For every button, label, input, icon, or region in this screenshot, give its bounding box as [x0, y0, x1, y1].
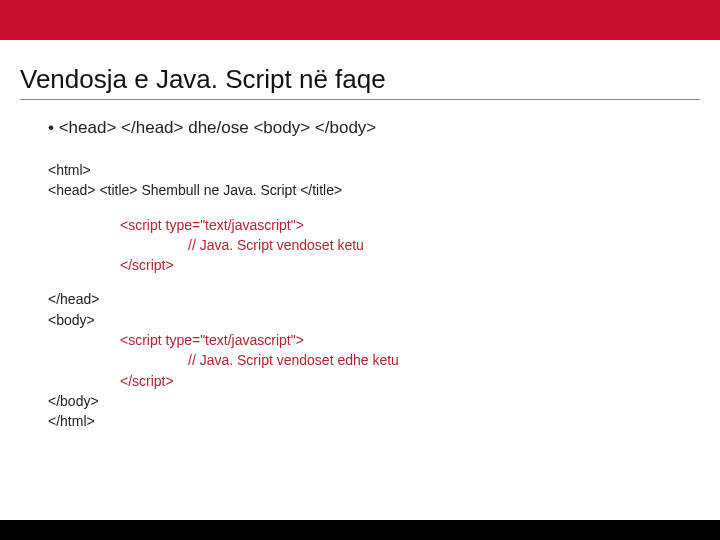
slide-content: Vendosja e Java. Script në faqe • <head>… [0, 40, 720, 520]
slide-title: Vendosja e Java. Script në faqe [20, 64, 700, 100]
code-head-open: <head> [48, 182, 96, 198]
code-line: <body> [48, 310, 700, 330]
code-line: </body> [48, 391, 700, 411]
code-example: <html> <head> <title> Shembull ne Java. … [48, 160, 700, 432]
code-line-comment: // Java. Script vendoset edhe ketu [48, 350, 700, 370]
code-line-script-close: </script> [48, 371, 700, 391]
code-line: </head> [48, 289, 700, 309]
code-line-comment: // Java. Script vendoset ketu [48, 235, 700, 255]
code-line-script-close: </script> [48, 255, 700, 275]
bullet-point: • <head> </head> dhe/ose <body> </body> [48, 118, 700, 138]
code-line: </html> [48, 411, 700, 431]
bottom-accent-bar [0, 520, 720, 540]
code-line: <head> <title> Shembull ne Java. Script … [48, 180, 700, 200]
code-line-script-open: <script type="text/javascript"> [48, 215, 700, 235]
code-title-tag: <title> Shembull ne Java. Script </title… [96, 182, 343, 198]
code-line-script-open: <script type="text/javascript"> [48, 330, 700, 350]
code-line: <html> [48, 160, 700, 180]
top-accent-bar [0, 0, 720, 40]
